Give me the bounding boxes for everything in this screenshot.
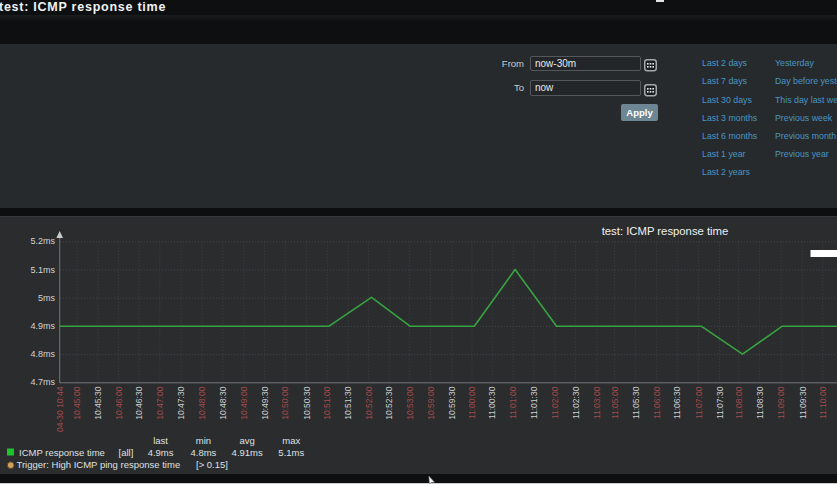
svg-text:10:50:30: 10:50:30 xyxy=(302,386,312,419)
svg-text:5.2ms: 5.2ms xyxy=(30,236,55,246)
svg-text:10:59:00: 10:59:00 xyxy=(426,386,436,419)
svg-text:4.9ms: 4.9ms xyxy=(148,447,174,458)
svg-text:04-30 10:44: 04-30 10:44 xyxy=(55,386,65,432)
svg-text:11:05:00: 11:05:00 xyxy=(610,386,620,419)
svg-text:11:06:30: 11:06:30 xyxy=(672,386,682,419)
svg-text:11:01:00: 11:01:00 xyxy=(508,386,518,419)
svg-text:[> 0.15]: [> 0.15] xyxy=(196,459,228,470)
svg-text:10:51:00: 10:51:00 xyxy=(323,386,333,419)
svg-text:avg: avg xyxy=(240,435,255,446)
svg-text:10:53:00: 10:53:00 xyxy=(405,386,415,419)
svg-text:Trigger: High ICMP ping respon: Trigger: High ICMP ping response time xyxy=(17,459,181,470)
svg-text:ICMP response time: ICMP response time xyxy=(19,447,105,458)
svg-text:11:00:00: 11:00:00 xyxy=(467,386,477,419)
svg-text:4.8ms: 4.8ms xyxy=(30,349,55,359)
svg-text:10:47:30: 10:47:30 xyxy=(176,386,186,419)
svg-text:10:49:30: 10:49:30 xyxy=(260,386,270,419)
svg-text:10:47:00: 10:47:00 xyxy=(155,386,165,419)
svg-text:11:02:00: 11:02:00 xyxy=(550,386,560,419)
svg-text:5ms: 5ms xyxy=(38,293,56,303)
svg-text:10:48:00: 10:48:00 xyxy=(197,386,207,419)
svg-text:10:46:00: 10:46:00 xyxy=(114,386,124,419)
svg-text:10:51:30: 10:51:30 xyxy=(343,386,353,419)
svg-text:5.1ms: 5.1ms xyxy=(278,447,304,458)
svg-text:4.8ms: 4.8ms xyxy=(190,447,216,458)
svg-text:10:52:30: 10:52:30 xyxy=(385,386,395,419)
svg-text:test: ICMP response time: test: ICMP response time xyxy=(602,225,729,237)
svg-text:10:52:00: 10:52:00 xyxy=(364,386,374,419)
svg-text:11:08:00: 11:08:00 xyxy=(734,386,744,419)
svg-text:10:45:00: 10:45:00 xyxy=(72,386,82,419)
svg-text:[all]: [all] xyxy=(119,447,134,458)
svg-text:max: max xyxy=(282,435,300,446)
svg-text:11:07:30: 11:07:30 xyxy=(715,386,725,419)
svg-text:10:50:00: 10:50:00 xyxy=(280,386,290,419)
svg-text:11:09:00: 11:09:00 xyxy=(776,386,786,419)
svg-text:4.7ms: 4.7ms xyxy=(30,377,55,387)
svg-text:11:07:00: 11:07:00 xyxy=(694,386,704,419)
svg-text:11:09:30: 11:09:30 xyxy=(798,386,808,419)
svg-text:11:10:00: 11:10:00 xyxy=(818,386,828,419)
svg-text:4.9ms: 4.9ms xyxy=(30,321,55,331)
svg-text:11:03:00: 11:03:00 xyxy=(592,386,602,419)
svg-text:10:45:30: 10:45:30 xyxy=(93,386,103,419)
svg-text:10:49:00: 10:49:00 xyxy=(239,386,249,419)
svg-text:5.1ms: 5.1ms xyxy=(30,265,55,275)
svg-text:min: min xyxy=(196,435,211,446)
svg-text:11:06:00: 11:06:00 xyxy=(652,386,662,419)
svg-text:11:02:30: 11:02:30 xyxy=(571,386,581,419)
svg-text:11:05:30: 11:05:30 xyxy=(631,386,641,419)
svg-text:10:46:30: 10:46:30 xyxy=(134,386,144,419)
svg-text:11:01:30: 11:01:30 xyxy=(529,386,539,419)
svg-text:11:00:30: 11:00:30 xyxy=(488,386,498,419)
svg-text:11:08:30: 11:08:30 xyxy=(755,386,765,419)
svg-text:last: last xyxy=(153,435,168,446)
svg-text:4.91ms: 4.91ms xyxy=(232,447,263,458)
svg-text:10:48:30: 10:48:30 xyxy=(218,386,228,419)
svg-text:10:59:30: 10:59:30 xyxy=(447,386,457,419)
